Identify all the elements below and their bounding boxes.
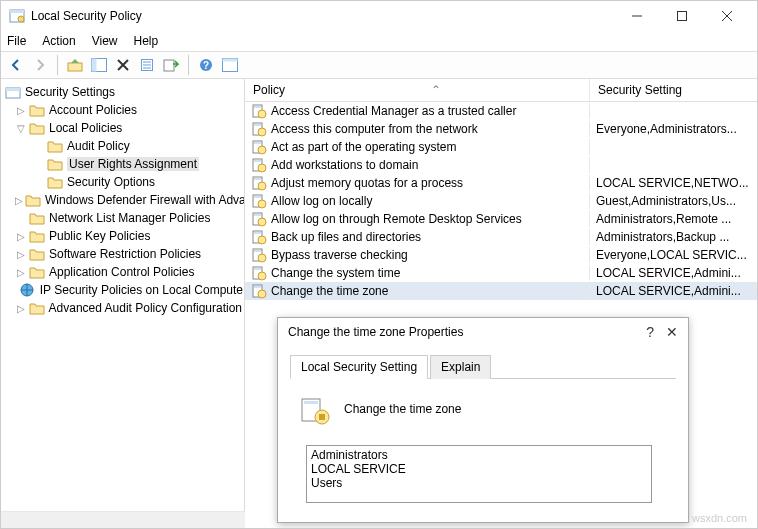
- policy-large-icon: [298, 393, 330, 425]
- back-button[interactable]: [5, 54, 27, 76]
- delete-button[interactable]: [112, 54, 134, 76]
- dialog-help-button[interactable]: ?: [646, 324, 654, 340]
- table-row[interactable]: Act as part of the operating system: [245, 138, 757, 156]
- horizontal-scrollbar[interactable]: [1, 511, 245, 528]
- svg-rect-1: [10, 10, 24, 13]
- expander-icon[interactable]: ▷: [15, 303, 27, 314]
- tree-audit-policy[interactable]: Audit Policy: [3, 137, 242, 155]
- window-title: Local Security Policy: [31, 9, 142, 23]
- svg-point-47: [258, 236, 266, 244]
- table-row[interactable]: Change the system timeLOCAL SERVICE,Admi…: [245, 264, 757, 282]
- svg-rect-49: [254, 250, 261, 252]
- export-button[interactable]: [160, 54, 182, 76]
- expander-icon[interactable]: ▽: [15, 123, 27, 134]
- table-row[interactable]: Change the time zoneLOCAL SERVICE,Admini…: [245, 282, 757, 300]
- menu-file[interactable]: File: [7, 34, 26, 48]
- table-row[interactable]: [245, 300, 757, 318]
- security-value: Administrators,Backup ...: [590, 230, 757, 244]
- table-row[interactable]: Allow log on through Remote Desktop Serv…: [245, 210, 757, 228]
- up-button[interactable]: [64, 54, 86, 76]
- svg-point-29: [258, 128, 266, 136]
- tree-account-policies[interactable]: ▷ Account Policies: [3, 101, 242, 119]
- table-row[interactable]: Adjust memory quotas for a processLOCAL …: [245, 174, 757, 192]
- policy-label: Allow log on locally: [271, 194, 372, 208]
- list-item[interactable]: Users: [311, 476, 647, 490]
- expander-icon[interactable]: ▷: [15, 195, 23, 206]
- svg-rect-37: [254, 178, 261, 180]
- properties-button[interactable]: [136, 54, 158, 76]
- svg-point-38: [258, 182, 266, 190]
- expander-icon[interactable]: ▷: [15, 249, 27, 260]
- table-row[interactable]: Add workstations to domain: [245, 156, 757, 174]
- list-item[interactable]: Administrators: [311, 448, 647, 462]
- tree-ipsec[interactable]: IP Security Policies on Local Compute: [3, 281, 242, 299]
- policy-icon: [251, 193, 267, 209]
- svg-rect-43: [254, 214, 261, 216]
- menu-action[interactable]: Action: [42, 34, 75, 48]
- maximize-button[interactable]: [659, 1, 704, 31]
- menu-view[interactable]: View: [92, 34, 118, 48]
- table-row[interactable]: Access this computer from the networkEve…: [245, 120, 757, 138]
- minimize-button[interactable]: [614, 1, 659, 31]
- tab-explain[interactable]: Explain: [430, 355, 491, 379]
- tree-user-rights[interactable]: User Rights Assignment: [3, 155, 242, 173]
- members-listbox[interactable]: Administrators LOCAL SERVICE Users: [306, 445, 652, 503]
- security-value: LOCAL SERVICE,NETWO...: [590, 176, 757, 190]
- table-row[interactable]: Back up files and directoriesAdministrat…: [245, 228, 757, 246]
- svg-rect-9: [92, 59, 97, 72]
- svg-rect-55: [254, 286, 261, 288]
- tree-srp[interactable]: ▷ Software Restriction Policies: [3, 245, 242, 263]
- dialog-title: Change the time zone Properties: [288, 325, 646, 339]
- expander-icon[interactable]: ▷: [15, 267, 27, 278]
- security-value: Everyone,Administrators...: [590, 122, 757, 136]
- folder-icon: [47, 157, 67, 171]
- tree-acp[interactable]: ▷ Application Control Policies: [3, 263, 242, 281]
- svg-rect-60: [319, 414, 325, 420]
- show-hide-tree-button[interactable]: [88, 54, 110, 76]
- svg-rect-40: [254, 196, 261, 198]
- dialog-close-button[interactable]: ✕: [666, 324, 678, 340]
- tab-local-security[interactable]: Local Security Setting: [290, 355, 428, 379]
- close-button[interactable]: [704, 1, 749, 31]
- folder-icon: [29, 247, 49, 261]
- tree-nlm[interactable]: Network List Manager Policies: [3, 209, 242, 227]
- app-window: Local Security Policy File Action View H…: [0, 0, 758, 529]
- policy-icon: [251, 175, 267, 191]
- separator: [188, 55, 189, 75]
- help-button[interactable]: ?: [195, 54, 217, 76]
- tree-local-policies[interactable]: ▽ Local Policies: [3, 119, 242, 137]
- svg-rect-46: [254, 232, 261, 234]
- folder-icon: [47, 175, 67, 189]
- table-row[interactable]: Access Credential Manager as a trusted c…: [245, 102, 757, 120]
- security-value: LOCAL SERVICE,Admini...: [590, 284, 757, 298]
- dialog-tabs: Local Security Setting Explain: [290, 354, 676, 379]
- col-policy-header[interactable]: Policy ⌃: [245, 79, 590, 101]
- expander-icon: [15, 285, 18, 296]
- policy-icon: [251, 229, 267, 245]
- expander-icon: [33, 159, 45, 170]
- svg-point-50: [258, 254, 266, 262]
- svg-point-2: [18, 16, 24, 22]
- policy-label: Change the system time: [271, 266, 400, 280]
- table-row[interactable]: Allow log on locallyGuest,Administrators…: [245, 192, 757, 210]
- expander-icon[interactable]: ▷: [15, 105, 27, 116]
- svg-rect-16: [164, 60, 174, 71]
- separator: [57, 55, 58, 75]
- list-item[interactable]: LOCAL SERVICE: [311, 462, 647, 476]
- tree-firewall[interactable]: ▷ Windows Defender Firewall with Adva: [3, 191, 242, 209]
- menu-help[interactable]: Help: [134, 34, 159, 48]
- dialog-heading: Change the time zone: [344, 402, 461, 416]
- expander-icon: [33, 141, 45, 152]
- table-row[interactable]: Bypass traverse checkingEveryone,LOCAL S…: [245, 246, 757, 264]
- tree-pkp[interactable]: ▷ Public Key Policies: [3, 227, 242, 245]
- folder-icon: [29, 229, 49, 243]
- refresh-button[interactable]: [219, 54, 241, 76]
- tree-pane[interactable]: Security Settings ▷ Account Policies ▽ L…: [1, 79, 245, 528]
- tree-security-options[interactable]: Security Options: [3, 173, 242, 191]
- forward-button[interactable]: [29, 54, 51, 76]
- tree-root[interactable]: Security Settings: [3, 83, 242, 101]
- tree-adv-audit[interactable]: ▷ Advanced Audit Policy Configuration: [3, 299, 242, 317]
- expander-icon[interactable]: ▷: [15, 231, 27, 242]
- svg-rect-52: [254, 268, 261, 270]
- col-security-header[interactable]: Security Setting: [590, 79, 757, 101]
